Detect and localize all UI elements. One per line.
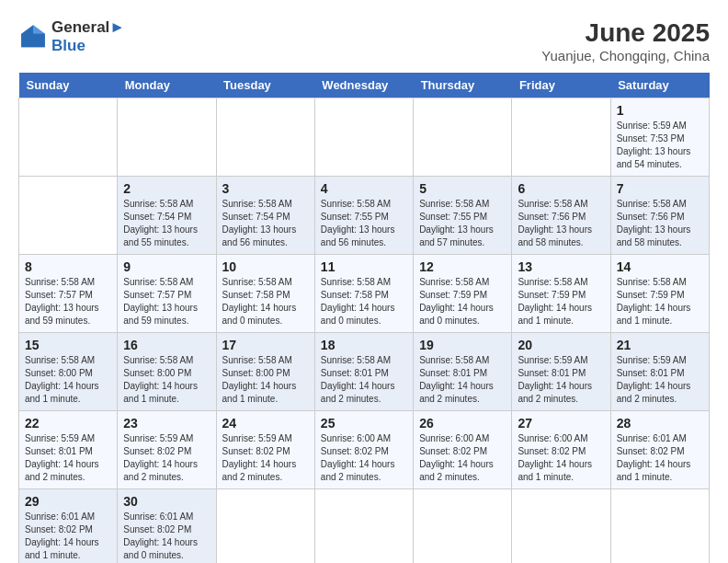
calendar-cell-day-22: 22 Sunrise: 5:59 AMSunset: 8:01 PMDaylig… — [19, 411, 118, 489]
day-number: 18 — [321, 338, 407, 352]
week-row-4: 22 Sunrise: 5:59 AMSunset: 8:01 PMDaylig… — [19, 411, 710, 489]
day-info: Sunrise: 6:01 AMSunset: 8:02 PMDaylight:… — [123, 511, 210, 562]
calendar-cell-day-8: 8 Sunrise: 5:58 AMSunset: 7:57 PMDayligh… — [19, 255, 118, 333]
empty-cell — [314, 98, 413, 177]
day-number: 28 — [617, 416, 703, 431]
day-number: 6 — [518, 181, 604, 196]
day-number: 23 — [123, 416, 210, 431]
day-info: Sunrise: 5:58 AMSunset: 7:59 PMDaylight:… — [617, 276, 703, 327]
day-info: Sunrise: 5:59 AMSunset: 8:01 PMDaylight:… — [518, 354, 604, 406]
weekday-header-friday: Friday — [512, 73, 610, 98]
day-info: Sunrise: 5:58 AMSunset: 7:55 PMDaylight:… — [321, 198, 407, 249]
day-number: 25 — [321, 416, 407, 431]
calendar-cell-day-24: 24 Sunrise: 5:59 AMSunset: 8:02 PMDaylig… — [216, 411, 314, 489]
day-number: 29 — [25, 494, 111, 509]
day-info: Sunrise: 5:59 AMSunset: 8:02 PMDaylight:… — [222, 432, 309, 484]
weekday-header-sunday: Sunday — [19, 73, 118, 98]
empty-cell — [216, 98, 314, 177]
calendar-cell-day-15: 15 Sunrise: 5:58 AMSunset: 8:00 PMDaylig… — [19, 333, 118, 411]
empty-cell — [512, 98, 610, 177]
day-info: Sunrise: 5:58 AMSunset: 7:54 PMDaylight:… — [123, 198, 210, 249]
calendar-cell-day-3: 3 Sunrise: 5:58 AMSunset: 7:54 PMDayligh… — [216, 177, 314, 255]
day-number: 22 — [25, 416, 111, 431]
calendar-cell-day-21: 21 Sunrise: 5:59 AMSunset: 8:01 PMDaylig… — [610, 333, 709, 411]
day-info: Sunrise: 5:58 AMSunset: 7:59 PMDaylight:… — [518, 276, 604, 327]
calendar-cell-day-1: 1 Sunrise: 5:59 AMSunset: 7:53 PMDayligh… — [610, 98, 709, 177]
day-number: 2 — [123, 181, 210, 196]
day-info: Sunrise: 5:58 AMSunset: 7:54 PMDaylight:… — [222, 198, 309, 249]
week-row-1: 2 Sunrise: 5:58 AMSunset: 7:54 PMDayligh… — [19, 177, 710, 255]
empty-cell — [414, 98, 512, 177]
day-number: 11 — [321, 259, 407, 274]
weekday-header-saturday: Saturday — [610, 73, 709, 98]
day-info: Sunrise: 5:58 AMSunset: 8:00 PMDaylight:… — [222, 354, 309, 406]
calendar-cell-day-14: 14 Sunrise: 5:58 AMSunset: 7:59 PMDaylig… — [610, 255, 709, 333]
calendar-cell-day-10: 10 Sunrise: 5:58 AMSunset: 7:58 PMDaylig… — [216, 255, 314, 333]
calendar-cell-day-23: 23 Sunrise: 5:59 AMSunset: 8:02 PMDaylig… — [118, 411, 216, 489]
day-number: 8 — [25, 259, 111, 274]
calendar-cell-day-4: 4 Sunrise: 5:58 AMSunset: 7:55 PMDayligh… — [314, 177, 413, 255]
day-number: 15 — [25, 338, 111, 352]
svg-marker-1 — [33, 25, 45, 34]
empty-cell — [314, 489, 413, 564]
calendar-cell-day-7: 7 Sunrise: 5:58 AMSunset: 7:56 PMDayligh… — [610, 177, 709, 255]
calendar-cell-day-6: 6 Sunrise: 5:58 AMSunset: 7:56 PMDayligh… — [512, 177, 610, 255]
calendar-cell-day-30: 30 Sunrise: 6:01 AMSunset: 8:02 PMDaylig… — [118, 489, 216, 564]
day-number: 26 — [419, 416, 506, 431]
calendar-cell-day-16: 16 Sunrise: 5:58 AMSunset: 8:00 PMDaylig… — [118, 333, 216, 411]
day-number: 17 — [222, 338, 309, 352]
empty-cell — [19, 98, 118, 177]
calendar-table: SundayMondayTuesdayWednesdayThursdayFrid… — [18, 73, 710, 563]
day-info: Sunrise: 5:58 AMSunset: 8:01 PMDaylight:… — [321, 354, 407, 406]
day-info: Sunrise: 6:01 AMSunset: 8:02 PMDaylight:… — [617, 432, 703, 484]
title-block: June 2025 Yuanjue, Chongqing, China — [541, 18, 710, 63]
svg-rect-2 — [21, 34, 45, 47]
day-number: 1 — [617, 103, 703, 118]
empty-cell — [610, 489, 709, 564]
empty-cell — [216, 489, 314, 564]
day-info: Sunrise: 6:01 AMSunset: 8:02 PMDaylight:… — [25, 511, 111, 562]
day-info: Sunrise: 5:58 AMSunset: 8:00 PMDaylight:… — [25, 354, 111, 406]
day-info: Sunrise: 5:58 AMSunset: 7:56 PMDaylight:… — [617, 198, 703, 249]
day-info: Sunrise: 5:58 AMSunset: 7:57 PMDaylight:… — [123, 276, 210, 327]
day-number: 5 — [419, 181, 506, 196]
day-number: 10 — [222, 259, 309, 274]
day-info: Sunrise: 5:59 AMSunset: 8:01 PMDaylight:… — [617, 354, 703, 406]
day-number: 16 — [123, 338, 210, 352]
week-row-5: 29 Sunrise: 6:01 AMSunset: 8:02 PMDaylig… — [19, 489, 710, 564]
week-row-3: 15 Sunrise: 5:58 AMSunset: 8:00 PMDaylig… — [19, 333, 710, 411]
logo-text: General► Blue — [51, 18, 125, 55]
day-number: 21 — [617, 338, 703, 352]
empty-cell — [19, 177, 118, 255]
day-info: Sunrise: 5:58 AMSunset: 7:58 PMDaylight:… — [321, 276, 407, 327]
calendar-cell-day-5: 5 Sunrise: 5:58 AMSunset: 7:55 PMDayligh… — [414, 177, 512, 255]
day-info: Sunrise: 5:58 AMSunset: 8:01 PMDaylight:… — [419, 354, 506, 406]
weekday-header-thursday: Thursday — [414, 73, 512, 98]
day-info: Sunrise: 5:59 AMSunset: 8:01 PMDaylight:… — [25, 432, 111, 484]
calendar-cell-day-28: 28 Sunrise: 6:01 AMSunset: 8:02 PMDaylig… — [610, 411, 709, 489]
day-info: Sunrise: 5:59 AMSunset: 8:02 PMDaylight:… — [123, 432, 210, 484]
day-number: 3 — [222, 181, 309, 196]
calendar-cell-day-9: 9 Sunrise: 5:58 AMSunset: 7:57 PMDayligh… — [118, 255, 216, 333]
day-info: Sunrise: 6:00 AMSunset: 8:02 PMDaylight:… — [518, 432, 604, 484]
day-number: 20 — [518, 338, 604, 352]
day-info: Sunrise: 5:58 AMSunset: 7:57 PMDaylight:… — [25, 276, 111, 327]
logo-icon — [18, 22, 48, 52]
day-info: Sunrise: 6:00 AMSunset: 8:02 PMDaylight:… — [321, 432, 407, 484]
day-number: 9 — [123, 259, 210, 274]
logo: General► Blue — [18, 18, 125, 55]
empty-cell — [118, 98, 216, 177]
day-info: Sunrise: 5:58 AMSunset: 8:00 PMDaylight:… — [123, 354, 210, 406]
weekday-header-monday: Monday — [118, 73, 216, 98]
day-info: Sunrise: 5:58 AMSunset: 7:56 PMDaylight:… — [518, 198, 604, 249]
calendar-cell-day-18: 18 Sunrise: 5:58 AMSunset: 8:01 PMDaylig… — [314, 333, 413, 411]
day-number: 12 — [419, 259, 506, 274]
day-info: Sunrise: 5:58 AMSunset: 7:58 PMDaylight:… — [222, 276, 309, 327]
day-number: 4 — [321, 181, 407, 196]
calendar-cell-day-29: 29 Sunrise: 6:01 AMSunset: 8:02 PMDaylig… — [19, 489, 118, 564]
calendar-cell-day-12: 12 Sunrise: 5:58 AMSunset: 7:59 PMDaylig… — [414, 255, 512, 333]
day-number: 19 — [419, 338, 506, 352]
weekday-header-wednesday: Wednesday — [314, 73, 413, 98]
day-number: 24 — [222, 416, 309, 431]
day-info: Sunrise: 5:58 AMSunset: 7:59 PMDaylight:… — [419, 276, 506, 327]
